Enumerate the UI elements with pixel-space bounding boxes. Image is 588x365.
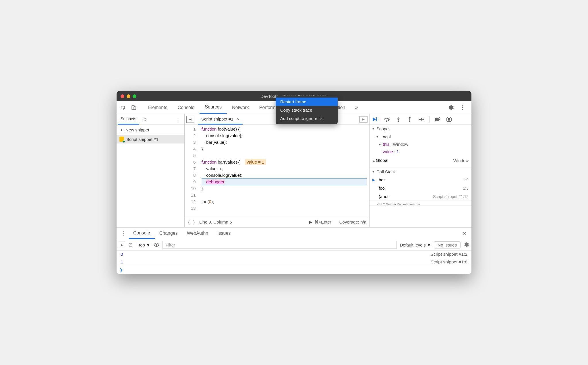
log-value: 0 — [121, 252, 123, 257]
tab-network[interactable]: Network — [227, 101, 254, 114]
svg-rect-2 — [134, 107, 136, 110]
file-tab[interactable]: Script snippet #1 × — [198, 114, 243, 125]
toggle-navigator-icon[interactable]: ◀ — [186, 116, 194, 123]
customize-menu-icon[interactable] — [457, 102, 467, 113]
close-tab-icon[interactable]: × — [236, 116, 239, 122]
snippet-item[interactable]: Script snippet #1 — [117, 135, 184, 143]
svg-point-4 — [462, 107, 463, 108]
drawer-tab-console[interactable]: Console — [129, 228, 155, 239]
scope-section-header[interactable]: ▼Scope — [370, 125, 471, 133]
traffic-lights — [121, 94, 136, 98]
line-gutter: 12345678910111213 — [185, 125, 199, 217]
inspect-element-icon[interactable] — [118, 102, 129, 113]
tab-elements[interactable]: Elements — [143, 101, 173, 114]
scope-var-this[interactable]: ▼this: Window — [370, 141, 471, 148]
step-into-button[interactable] — [395, 116, 402, 123]
ctx-restart-frame[interactable]: Restart frame — [276, 98, 338, 106]
drawer-tab-webauthn[interactable]: WebAuthn — [182, 228, 213, 239]
live-expression-icon[interactable] — [153, 242, 160, 247]
svg-point-3 — [462, 105, 463, 106]
svg-point-8 — [398, 120, 399, 122]
console-settings-gear-icon[interactable] — [463, 242, 469, 248]
debugger-toolbar — [370, 114, 471, 125]
log-levels-selector[interactable]: Default levels▼ — [400, 242, 431, 247]
drawer-menu-icon[interactable]: ⋮ — [119, 230, 129, 236]
scope-global-row[interactable]: ▼GlobalWindow — [370, 156, 471, 166]
file-tab-label: Script snippet #1 — [201, 117, 233, 121]
editor-statusbar: { } Line 9, Column 5 ▶ ⌘+Enter Coverage:… — [185, 217, 369, 227]
console-sidebar-toggle-icon[interactable]: ▶ — [119, 242, 125, 248]
step-over-button[interactable] — [383, 116, 390, 123]
code-editor: ◀ Script snippet #1 × ▶ 1234567891011121… — [185, 114, 370, 227]
drawer-panel: ⋮ Console Changes WebAuthn Issues × ▶ ⊘ … — [117, 227, 471, 274]
plus-icon: ＋ — [119, 127, 124, 133]
drawer-tab-changes[interactable]: Changes — [155, 228, 182, 239]
code-area[interactable]: 12345678910111213 function foo(value) { … — [185, 125, 369, 217]
run-snippet-button[interactable]: ▶ ⌘+Enter — [309, 220, 331, 225]
callstack-frame[interactable]: (anorScript snippet #1:12 — [370, 192, 471, 201]
snippet-item-label: Script snippet #1 — [126, 137, 158, 142]
code-body[interactable]: function foo(value) { console.log(value)… — [199, 125, 369, 217]
console-filter-input[interactable]: Filter — [163, 241, 397, 249]
svg-point-5 — [462, 109, 463, 110]
more-tabs-icon[interactable]: » — [353, 104, 360, 110]
callstack-frame[interactable]: ▶bar1:9 — [370, 176, 471, 184]
tab-console[interactable]: Console — [173, 101, 200, 114]
pretty-print-icon[interactable]: { } — [187, 220, 195, 225]
new-snippet-label: New snippet — [125, 127, 149, 132]
minimize-window-button[interactable] — [127, 94, 130, 98]
svg-rect-6 — [376, 117, 377, 121]
deactivate-breakpoints-button[interactable] — [434, 116, 441, 123]
run-shortcut-label: ⌘+Enter — [314, 220, 331, 225]
context-selector[interactable]: top▼ — [136, 242, 150, 247]
sidebar-menu-icon[interactable]: ⋮ — [173, 116, 183, 123]
log-value: 1 — [121, 259, 123, 265]
log-source-link[interactable]: Script snippet #1:8 — [431, 259, 467, 265]
clear-console-icon[interactable]: ⊘ — [128, 241, 133, 248]
svg-rect-13 — [448, 118, 449, 121]
cursor-position: Line 9, Column 5 — [199, 220, 232, 224]
play-icon: ▶ — [309, 220, 312, 225]
console-output: 0 Script snippet #1:2 1 Script snippet #… — [117, 251, 471, 274]
coverage-label: Coverage: n/a — [339, 220, 366, 224]
step-out-button[interactable] — [406, 116, 413, 123]
svg-point-9 — [409, 120, 411, 122]
navigator-sidebar: Snippets » ⋮ ＋ New snippet Script snippe… — [117, 114, 185, 227]
svg-point-15 — [156, 244, 157, 246]
tab-sources[interactable]: Sources — [200, 101, 227, 114]
context-menu: Restart frame Copy stack trace Add scrip… — [276, 96, 338, 124]
console-log-row[interactable]: 0 Script snippet #1:2 — [117, 251, 471, 258]
sources-panel: Snippets » ⋮ ＋ New snippet Script snippe… — [117, 114, 471, 227]
device-toolbar-icon[interactable] — [129, 102, 139, 113]
debugger-panel: ▼Scope ▼Local ▼this: Window value: 1 ▼Gl… — [370, 114, 471, 227]
ctx-copy-stack-trace[interactable]: Copy stack trace — [276, 106, 338, 114]
scope-local-row[interactable]: ▼Local — [370, 133, 471, 141]
settings-gear-icon[interactable] — [446, 102, 456, 113]
callstack-frame[interactable]: foo1:3 — [370, 184, 471, 192]
log-source-link[interactable]: Script snippet #1:2 — [431, 252, 467, 257]
svg-point-7 — [386, 120, 387, 122]
console-log-row[interactable]: 1 Script snippet #1:8 — [117, 258, 471, 266]
no-issues-button[interactable]: No Issues — [434, 241, 461, 248]
console-toolbar: ▶ ⊘ top▼ Filter Default levels▼ No Issue… — [117, 239, 471, 251]
devtools-window: DevTools - chrome://new-tab-page/ Elemen… — [117, 91, 471, 274]
close-window-button[interactable] — [121, 94, 124, 98]
sidebar-tab-snippets[interactable]: Snippets — [118, 114, 139, 125]
resume-button[interactable] — [372, 116, 379, 123]
callstack-section-header[interactable]: ▼Call Stack — [370, 168, 471, 176]
svg-point-10 — [423, 119, 424, 120]
sidebar-more-tabs-icon[interactable]: » — [141, 116, 173, 122]
zoom-window-button[interactable] — [133, 94, 136, 98]
new-snippet-button[interactable]: ＋ New snippet — [117, 125, 184, 135]
snippet-file-icon — [119, 137, 124, 142]
svg-rect-14 — [449, 118, 450, 121]
drawer-tab-issues[interactable]: Issues — [213, 228, 235, 239]
xhr-breakpoints-header[interactable]: ▼XHR/fetch Breakpoints — [370, 201, 471, 205]
ctx-add-ignore-list[interactable]: Add script to ignore list — [276, 114, 338, 123]
close-drawer-icon[interactable]: × — [460, 230, 469, 237]
toggle-debugger-icon[interactable]: ▶ — [359, 116, 368, 123]
pause-on-exceptions-button[interactable] — [446, 116, 452, 123]
step-button[interactable] — [418, 116, 425, 123]
scope-var-value[interactable]: value: 1 — [370, 148, 471, 156]
console-prompt[interactable]: ❯ — [117, 266, 471, 274]
